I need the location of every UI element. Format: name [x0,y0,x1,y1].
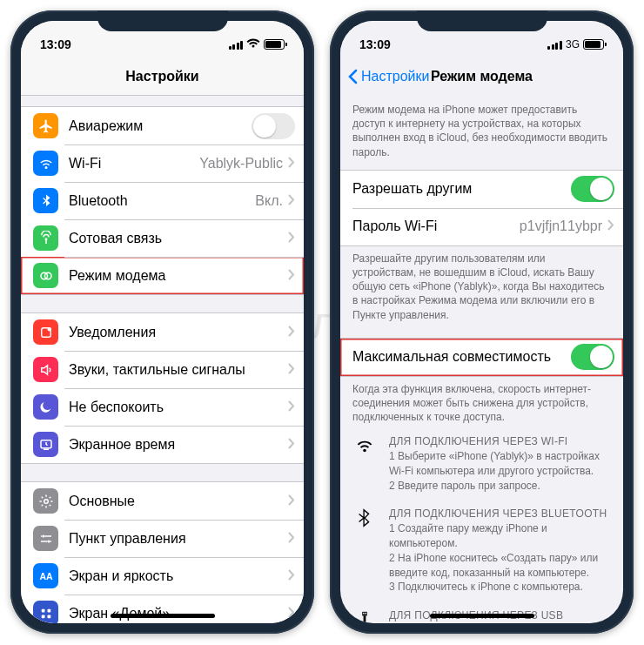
instruction-title: ДЛЯ ПОДКЛЮЧЕНИЯ ЧЕРЕЗ WI-FI [389,434,611,449]
wifi-icon [246,37,260,51]
row-hotspot[interactable]: Режим модема [21,257,304,294]
instruction-line: 3 Подключитесь к iPhone с компьютера. [389,580,611,595]
status-time: 13:09 [40,37,71,51]
row-label: Пункт управления [69,531,288,547]
chevron-right-icon [288,400,295,415]
chevron-right-icon [607,219,614,233]
back-label: Настройки [361,69,429,84]
screentime-icon [33,432,58,457]
row-label: Звуки, тактильные сигналы [69,362,288,378]
chevron-right-icon [288,531,295,547]
chevron-right-icon [288,362,295,378]
bluetooth-instructions: ДЛЯ ПОДКЛЮЧЕНИЯ ЧЕРЕЗ BLUETOOTH 1 Создай… [340,496,623,598]
row-label: Разрешать другим [352,181,571,197]
row-max-compatibility[interactable]: Максимальная совместимость [340,339,623,376]
row-value: Yablyk-Public [199,156,283,171]
chevron-right-icon [288,606,295,621]
row-dnd[interactable]: Не беспокоить [21,388,304,426]
instruction-line: 2 Введите пароль при запросе. [389,479,611,494]
svg-rect-12 [47,615,50,618]
dnd-icon [33,394,58,420]
row-label: Wi-Fi [69,156,199,171]
row-value: Вкл. [255,193,283,209]
instruction-line: 1 Создайте пару между iPhone и компьютер… [389,521,611,551]
hotspot-icon [33,263,58,288]
back-button[interactable]: Настройки [347,57,429,96]
instruction-line: 1 Выберите «iPhone (Yablyk)» в настройка… [389,449,611,479]
chevron-right-icon [288,231,295,246]
chevron-right-icon [288,325,295,340]
row-label: Сотовая связь [69,231,288,246]
row-label: Авиарежим [69,118,252,134]
settings-list[interactable]: Авиарежим Wi-Fi Yablyk-Public Blueto [21,96,304,623]
gear-icon [33,488,58,514]
battery-icon [583,39,604,50]
status-time: 13:09 [359,37,391,51]
page-title: Настройки [125,69,198,84]
network-label: 3G [566,38,580,50]
row-bluetooth[interactable]: Bluetooth Вкл. [21,182,304,219]
intro-text: Режим модема на iPhone может предоставит… [340,96,623,165]
svg-rect-9 [41,608,44,612]
row-airplane[interactable]: Авиарежим [21,107,304,144]
sounds-icon [33,357,58,382]
row-general[interactable]: Основные [21,482,304,520]
phone-right: 13:09 3G Настройки Режим модема Режим мо… [330,10,634,634]
svg-point-7 [47,540,50,542]
row-cellular[interactable]: Сотовая связь [21,219,304,257]
battery-icon [264,39,285,50]
chevron-right-icon [288,268,295,284]
cellular-icon [33,225,58,251]
notch [417,10,547,31]
row-label: Уведомления [69,325,288,340]
chevron-right-icon [288,568,295,584]
hotspot-detail[interactable]: Режим модема на iPhone может предоставит… [340,96,623,623]
row-display[interactable]: AA Экран и яркость [21,557,304,595]
bluetooth-icon [352,507,377,595]
svg-point-3 [47,327,51,332]
usb-instructions: ДЛЯ ПОДКЛЮЧЕНИЯ ЧЕРЕЗ USB 1 Подключите i… [340,598,623,623]
row-wifi[interactable]: Wi-Fi Yablyk-Public [21,144,304,182]
chevron-right-icon [288,437,295,453]
wifi-icon [352,434,377,493]
svg-rect-18 [365,613,366,615]
bluetooth-icon [33,188,58,213]
row-allow-others[interactable]: Разрешать другим [340,171,623,208]
phone-left: 13:09 Настройки Авиарежим [10,10,314,634]
svg-rect-11 [41,615,44,618]
allow-others-toggle[interactable] [571,176,614,202]
wifi-settings-icon [33,151,58,176]
row-control-center[interactable]: Пункт управления [21,520,304,557]
svg-text:AA: AA [39,570,53,581]
row-wifi-password[interactable]: Пароль Wi-Fi p1vjfjn11ybpr [340,208,623,245]
home-screen-icon [33,601,58,623]
wifi-instructions: ДЛЯ ПОДКЛЮЧЕНИЯ ЧЕРЕЗ WI-FI 1 Выберите «… [340,424,623,496]
compat-desc: Когда эта функция включена, скорость инт… [340,377,623,425]
nav-bar: Настройки [21,57,304,96]
home-indicator[interactable] [111,614,215,618]
svg-rect-16 [362,612,367,616]
row-label: Экранное время [69,437,288,453]
instruction-line: 2 На iPhone коснитесь «Создать пару» или… [389,551,611,581]
svg-rect-10 [47,608,50,612]
row-screentime[interactable]: Экранное время [21,426,304,463]
airplane-toggle[interactable] [252,113,295,139]
row-notifications[interactable]: Уведомления [21,313,304,351]
notch [97,10,228,31]
page-title: Режим модема [431,69,533,84]
compatibility-toggle[interactable] [571,344,614,370]
instruction-title: ДЛЯ ПОДКЛЮЧЕНИЯ ЧЕРЕЗ BLUETOOTH [389,507,611,521]
row-label: Режим модема [69,268,288,284]
row-label: Основные [69,494,288,509]
home-indicator[interactable] [430,614,534,618]
chevron-right-icon [288,494,295,509]
svg-point-5 [44,499,48,503]
cellular-signal-icon [229,40,244,50]
row-label: Не беспокоить [69,400,288,415]
cellular-signal-icon [547,40,562,50]
row-sounds[interactable]: Звуки, тактильные сигналы [21,351,304,388]
notifications-icon [33,319,58,345]
airplane-icon [33,113,58,138]
row-home-screen[interactable]: Экран «Домой» [21,595,304,623]
control-center-icon [33,526,58,551]
